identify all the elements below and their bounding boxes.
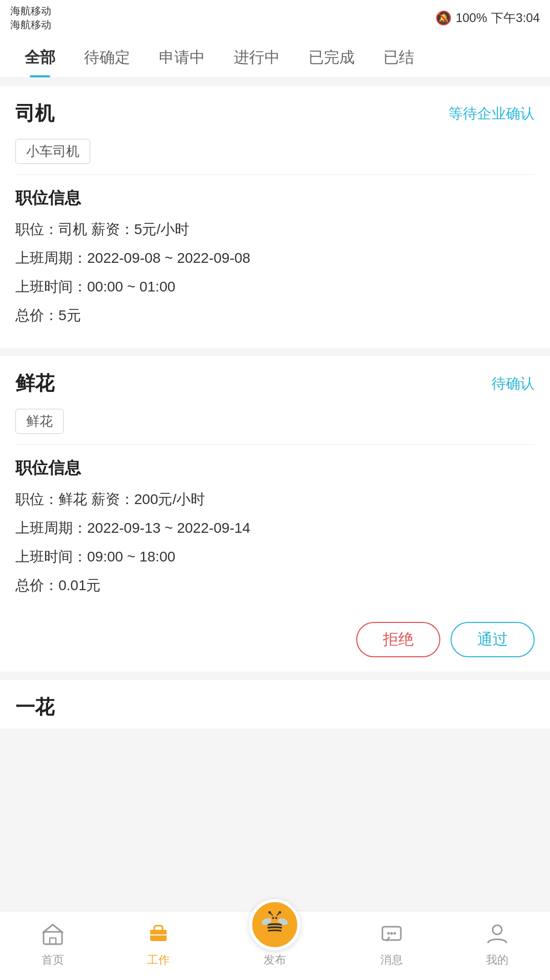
partial-card-title: 一花: [15, 696, 54, 718]
card-siji-row3: 总价：5元: [15, 305, 535, 326]
card-siji-job-info: 职位信息 职位：司机 薪资：5元/小时 上班周期：2022-09-08 ~ 20…: [0, 175, 550, 348]
card-xianhua-row2: 上班时间：09:00 ~ 18:00: [15, 546, 535, 568]
card-siji-job-info-title: 职位信息: [15, 187, 535, 210]
home-icon: [38, 920, 67, 948]
nav-message[interactable]: 消息: [377, 920, 406, 968]
carrier-info: 海航移动 海航移动: [10, 4, 51, 32]
card-siji-title: 司机: [15, 100, 54, 127]
card-xianhua: 鲜花 待确认 鲜花 职位信息 职位：鲜花 薪资：200元/小时 上班周期：202…: [0, 356, 550, 672]
svg-point-18: [493, 925, 502, 934]
nav-mine-label: 我的: [486, 952, 508, 968]
content-area: 司机 等待企业确认 小车司机 职位信息 职位：司机 薪资：5元/小时 上班周期：…: [0, 78, 550, 810]
card-xianhua-job-info-title: 职位信息: [15, 457, 535, 479]
card-siji-tag-row: 小车司机: [0, 135, 550, 174]
card-xianhua-tag: 鲜花: [15, 409, 64, 434]
tab-all[interactable]: 全部: [10, 36, 70, 77]
nav-publish-label: 发布: [263, 952, 286, 968]
status-bar: 海航移动 海航移动 🔕 100% 下午3:04: [0, 0, 550, 36]
card-siji-status: 等待企业确认: [449, 104, 535, 123]
tab-completed[interactable]: 已完成: [294, 36, 369, 77]
card-xianhua-row1: 上班周期：2022-09-13 ~ 2022-09-14: [15, 517, 535, 539]
message-icon: [377, 920, 406, 948]
mine-icon: [483, 920, 512, 948]
card-xianhua-row0: 职位：鲜花 薪资：200元/小时: [15, 489, 535, 510]
nav-work-label: 工作: [147, 952, 170, 968]
tab-ended[interactable]: 已结: [369, 36, 429, 77]
svg-point-7: [269, 911, 271, 914]
bell-icon: 🔕: [435, 10, 452, 26]
approve-button[interactable]: 通过: [451, 622, 535, 657]
card-siji-row2: 上班时间：00:00 ~ 01:00: [15, 276, 535, 298]
tab-in-progress[interactable]: 进行中: [219, 36, 294, 77]
nav-publish[interactable]: 发布: [249, 899, 300, 968]
card-siji-row1: 上班周期：2022-09-08 ~ 2022-09-08: [15, 247, 535, 269]
carrier1: 海航移动: [10, 4, 51, 18]
svg-rect-1: [50, 938, 56, 944]
tab-applying[interactable]: 申请中: [145, 36, 219, 77]
partial-card: 一花: [0, 680, 550, 728]
nav-mine[interactable]: 我的: [483, 920, 512, 968]
svg-point-13: [275, 917, 277, 919]
card-siji-row0: 职位：司机 薪资：5元/小时: [15, 219, 535, 240]
tab-pending-confirm[interactable]: 待确定: [70, 36, 145, 77]
card-xianhua-actions: 拒绝 通过: [0, 618, 550, 672]
card-xianhua-job-info: 职位信息 职位：鲜花 薪资：200元/小时 上班周期：2022-09-13 ~ …: [0, 445, 550, 618]
card-xianhua-tag-row: 鲜花: [0, 405, 550, 444]
status-right: 🔕 100% 下午3:04: [435, 10, 540, 26]
card-xianhua-row3: 总价：0.01元: [15, 575, 535, 596]
svg-point-12: [272, 917, 274, 919]
card-siji-header: 司机 等待企业确认: [0, 86, 550, 135]
nav-message-label: 消息: [380, 952, 403, 968]
nav-home-label: 首页: [42, 952, 64, 968]
time-text: 下午3:04: [491, 10, 540, 26]
bottom-nav: 首页 工作: [0, 911, 550, 980]
svg-point-9: [279, 911, 281, 914]
nav-home[interactable]: 首页: [38, 920, 67, 968]
battery-text: 100%: [456, 11, 487, 25]
card-xianhua-title: 鲜花: [15, 370, 54, 397]
svg-point-17: [394, 932, 396, 935]
publish-icon: [249, 899, 300, 950]
nav-work[interactable]: 工作: [144, 920, 173, 968]
work-icon: [144, 920, 173, 948]
card-xianhua-header: 鲜花 待确认: [0, 356, 550, 405]
card-siji-tag: 小车司机: [15, 139, 90, 164]
svg-point-16: [391, 932, 393, 935]
card-xianhua-status: 待确认: [492, 374, 535, 393]
svg-point-15: [388, 932, 390, 935]
top-tab-bar: 全部 待确定 申请中 进行中 已完成 已结: [0, 36, 550, 78]
carrier2: 海航移动: [10, 18, 51, 32]
card-siji: 司机 等待企业确认 小车司机 职位信息 职位：司机 薪资：5元/小时 上班周期：…: [0, 86, 550, 348]
reject-button[interactable]: 拒绝: [356, 622, 440, 657]
